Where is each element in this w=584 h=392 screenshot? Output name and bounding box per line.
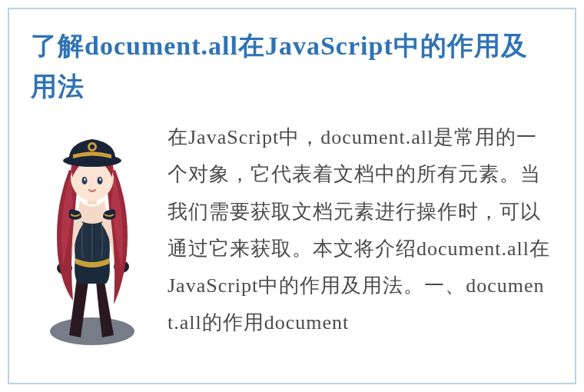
svg-point-11 [90,145,95,149]
svg-point-8 [99,178,101,181]
svg-point-0 [50,317,134,345]
svg-point-7 [84,178,85,181]
content-row: 在JavaScript中，document.all是常用的一个对象，它代表着文档… [31,116,553,362]
svg-point-9 [63,154,121,167]
article-card: 了解document.all在JavaScript中的作用及用法 [8,8,576,384]
article-body: 在JavaScript中，document.all是常用的一个对象，它代表着文档… [168,116,553,341]
character-illustration [31,116,154,362]
article-title: 了解document.all在JavaScript中的作用及用法 [31,26,553,107]
